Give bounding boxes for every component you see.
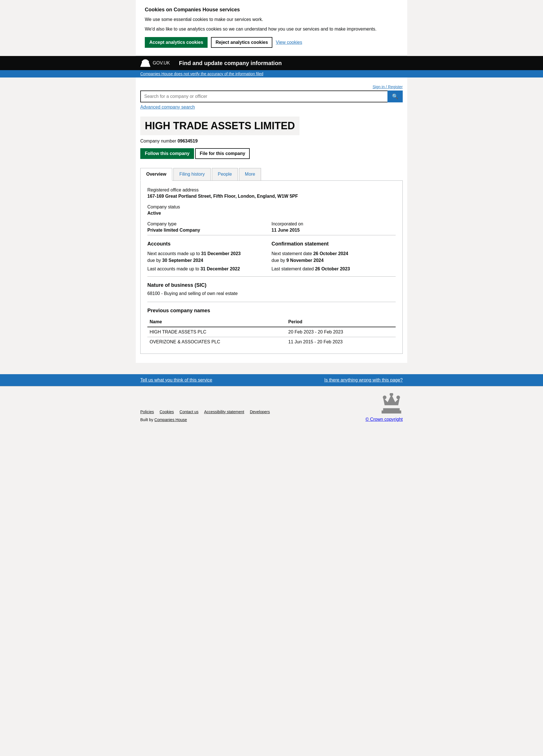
confirmation-heading: Confirmation statement [271,241,396,247]
prev-period-cell: 11 Jun 2015 - 20 Feb 2023 [286,337,396,347]
crown-icon [140,59,150,67]
sic-value: 68100 - Buying and selling of own real e… [147,291,396,296]
confirmation-next-date: 26 October 2024 [313,251,348,256]
incorporated-value: 11 June 2015 [271,228,396,233]
svg-point-1 [142,61,143,62]
company-number-value: 09634519 [178,139,198,143]
tab-more[interactable]: More [239,168,261,180]
search-input[interactable] [140,91,387,102]
company-status-value: Active [147,211,396,216]
sic-section: Nature of business (SIC) 68100 - Buying … [147,276,396,296]
gov-uk-logo[interactable]: GOV.UK [140,59,170,67]
company-name-block: HIGH TRADE ASSETS LIMITED [140,117,403,139]
footer-link[interactable]: Contact us [180,410,199,414]
main-container: Sign in / Register 🔍 Advanced company se… [136,77,407,363]
company-number: Company number 09634519 [140,139,403,144]
cookie-banner-para1: We use some essential cookies to make ou… [145,16,398,23]
financial-section: Accounts Next accounts made up to 31 Dec… [147,235,396,274]
action-buttons: Follow this company File for this compan… [140,148,403,159]
confirmation-last-date: 26 October 2023 [315,266,350,271]
search-icon: 🔍 [392,94,398,99]
cookie-buttons: Accept analytics cookies Reject analytic… [145,37,398,48]
file-company-button[interactable]: File for this company [195,148,250,159]
registered-office-value: 167-169 Great Portland Street, Fifth Flo… [147,194,396,199]
accounts-due-date: 30 September 2024 [162,258,203,263]
accounts-next: Next accounts made up to 31 December 202… [147,250,271,264]
footer-crown: © Crown copyright [365,393,403,422]
signin-link[interactable]: Sign in / Register [372,85,403,89]
confirmation-next: Next statement date 26 October 2024 due … [271,250,396,264]
svg-rect-5 [383,408,400,411]
tab-filing-history[interactable]: Filing history [173,168,211,180]
company-number-label: Company number [140,139,176,143]
previous-names-heading: Previous company names [147,308,396,314]
sic-heading: Nature of business (SIC) [147,282,396,288]
reject-analytics-button[interactable]: Reject analytics cookies [211,37,272,48]
service-title: Find and update company information [179,60,282,66]
view-cookies-link[interactable]: View cookies [276,40,302,45]
follow-company-button[interactable]: Follow this company [140,148,194,159]
cookie-banner: Cookies on Companies House services We u… [136,0,407,56]
svg-point-2 [145,59,146,61]
accounts-last-date: 31 December 2022 [201,266,240,271]
footer-link[interactable]: Accessibility statement [204,410,244,414]
crown-copyright-link[interactable]: © Crown copyright [365,417,403,422]
svg-point-7 [383,396,387,399]
accounts-heading: Accounts [147,241,271,247]
accounts-next-date: 31 December 2023 [201,251,241,256]
gov-header: GOV.UK Find and update company informati… [0,56,543,70]
footer-link[interactable]: Policies [140,410,154,414]
signin-row: Sign in / Register [140,82,403,91]
company-name: HIGH TRADE ASSETS LIMITED [145,120,295,132]
tabs: Overview Filing history People More [140,168,403,181]
table-row: OVERIZONE & ASSOCIATES PLC11 Jun 2015 - … [147,337,396,347]
info-bar: Companies House does not verify the accu… [0,70,543,77]
company-type-col: Company type Private limited Company [147,221,271,233]
prev-name-cell: HIGH TRADE ASSETS PLC [147,327,286,337]
registered-office-section: Registered office address 167-169 Great … [147,188,396,199]
search-bar: 🔍 [140,91,403,102]
table-row: HIGH TRADE ASSETS PLC20 Feb 2023 - 20 Fe… [147,327,396,337]
svg-point-9 [397,396,400,399]
previous-names-table: Name Period HIGH TRADE ASSETS PLC20 Feb … [147,317,396,347]
confirmation-col: Confirmation statement Next statement da… [271,241,396,274]
gov-logo-text: GOV.UK [153,61,170,66]
company-status-label: Company status [147,204,396,210]
confirmation-due-date: 9 November 2024 [286,258,324,263]
details-panel: Registered office address 167-169 Great … [140,181,403,354]
search-button[interactable]: 🔍 [387,91,403,102]
accuracy-disclaimer-link[interactable]: Companies House does not verify the accu… [140,72,263,76]
feedback-bar: Tell us what you think of this service I… [0,374,543,386]
prev-name-cell: OVERIZONE & ASSOCIATES PLC [147,337,286,347]
company-type-label: Company type [147,221,271,227]
cookie-banner-title: Cookies on Companies House services [145,7,398,13]
accounts-last: Last accounts made up to 31 December 202… [147,266,271,272]
company-type-incorporated-row: Company type Private limited Company Inc… [147,221,396,233]
tab-overview[interactable]: Overview [140,168,172,181]
advanced-search-link[interactable]: Advanced company search [140,105,195,109]
col-name-header: Name [147,317,286,327]
svg-point-8 [390,393,393,396]
cookie-banner-para2: We'd also like to use analytics cookies … [145,26,398,33]
footer-link[interactable]: Developers [250,410,270,414]
footer-links: PoliciesCookiesContact usAccessibility s… [140,410,270,422]
confirmation-last: Last statement dated 26 October 2023 [271,266,396,272]
svg-point-3 [147,61,149,62]
footer-built: Built by Companies House [140,417,270,422]
companies-house-link[interactable]: Companies House [154,417,187,422]
footer-link[interactable]: Cookies [160,410,174,414]
footer-links-row: PoliciesCookiesContact usAccessibility s… [140,410,270,414]
accounts-col: Accounts Next accounts made up to 31 Dec… [147,241,271,274]
prev-period-cell: 20 Feb 2023 - 20 Feb 2023 [286,327,396,337]
previous-names-section: Previous company names Name Period HIGH … [147,302,396,347]
feedback-link[interactable]: Tell us what you think of this service [140,378,212,383]
incorporated-label: Incorporated on [271,221,396,227]
wrong-page-link[interactable]: Is there anything wrong with this page? [324,378,403,383]
crown-logo-icon [380,393,403,416]
gov-footer: PoliciesCookiesContact usAccessibility s… [0,386,543,427]
svg-rect-0 [141,66,150,67]
incorporated-col: Incorporated on 11 June 2015 [271,221,396,233]
accept-analytics-button[interactable]: Accept analytics cookies [145,37,208,48]
tab-people[interactable]: People [212,168,238,180]
company-status-section: Company status Active [147,204,396,216]
